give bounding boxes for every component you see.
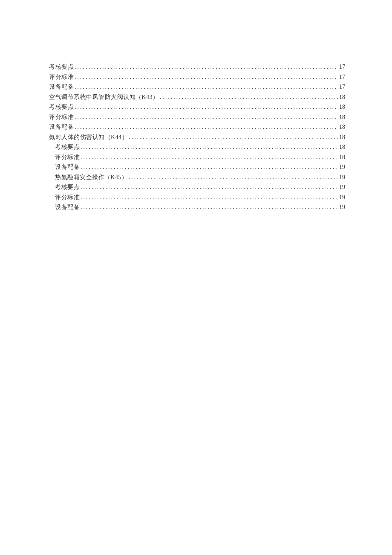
- toc-entry-title: 评分标准: [49, 112, 74, 122]
- toc-entry-page: 18: [339, 112, 345, 122]
- toc-entry-page: 19: [339, 182, 345, 192]
- toc-leader-dots: [75, 112, 338, 122]
- toc-entry-title: 设备配备: [55, 202, 80, 212]
- toc-row: 设备配备19: [49, 162, 345, 172]
- toc-row: 考核要点18: [49, 102, 345, 112]
- toc-row: 考核要点18: [49, 142, 345, 152]
- toc-row: 评分标准18: [49, 112, 345, 122]
- toc-entry-title: 考核要点: [49, 102, 74, 112]
- toc-entry-title: 考核要点: [49, 62, 74, 72]
- toc-entry-title: 热氨融霜安全操作（K45）: [55, 172, 128, 183]
- toc-entry-page: 19: [339, 202, 345, 212]
- toc-leader-dots: [75, 72, 338, 82]
- toc-entry-page: 18: [339, 142, 345, 152]
- toc-entry-title: 评分标准: [49, 72, 74, 82]
- toc-row: 评分标准19: [49, 192, 345, 203]
- toc-row: 设备配备19: [49, 202, 345, 212]
- toc-entry-title: 空气调节系统中风管防火阀认知（K43）: [49, 92, 159, 102]
- toc-entry-page: 17: [339, 82, 345, 92]
- toc-leader-dots: [160, 92, 338, 102]
- toc-leader-dots: [81, 142, 338, 152]
- toc-row: 考核要点19: [49, 182, 345, 192]
- toc-entry-page: 17: [339, 62, 345, 72]
- toc-entry-page: 18: [339, 102, 345, 112]
- toc-row: 热氨融霜安全操作（K45）19: [49, 172, 345, 183]
- toc-entry-title: 评分标准: [55, 192, 80, 203]
- table-of-contents: 考核要点17评分标准17设备配备17空气调节系统中风管防火阀认知（K43）18考…: [49, 62, 345, 212]
- toc-leader-dots: [75, 82, 338, 92]
- toc-leader-dots: [81, 202, 338, 212]
- toc-leader-dots: [81, 192, 338, 203]
- toc-entry-title: 氨对人体的伤害认知（K44）: [49, 132, 128, 142]
- toc-entry-page: 17: [339, 72, 345, 82]
- toc-entry-title: 设备配备: [49, 82, 74, 92]
- toc-row: 设备配备17: [49, 82, 345, 92]
- toc-row: 评分标准18: [49, 152, 345, 163]
- toc-entry-title: 考核要点: [55, 142, 80, 152]
- toc-leader-dots: [75, 122, 338, 132]
- toc-leader-dots: [129, 132, 338, 142]
- toc-entry-page: 18: [339, 132, 345, 142]
- toc-entry-title: 评分标准: [55, 152, 80, 163]
- toc-entry-title: 设备配备: [49, 122, 74, 132]
- toc-row: 设备配备18: [49, 122, 345, 132]
- toc-leader-dots: [129, 172, 338, 183]
- toc-row: 氨对人体的伤害认知（K44）18: [49, 132, 345, 142]
- toc-leader-dots: [81, 152, 338, 163]
- toc-row: 考核要点17: [49, 62, 345, 72]
- toc-entry-page: 19: [339, 192, 345, 203]
- toc-entry-page: 18: [339, 152, 345, 163]
- toc-row: 评分标准17: [49, 72, 345, 82]
- toc-entry-page: 18: [339, 122, 345, 132]
- toc-entry-title: 考核要点: [55, 182, 80, 192]
- toc-entry-page: 19: [339, 162, 345, 172]
- toc-leader-dots: [81, 162, 338, 172]
- toc-row: 空气调节系统中风管防火阀认知（K43）18: [49, 92, 345, 102]
- toc-entry-page: 18: [339, 92, 345, 102]
- toc-entry-title: 设备配备: [55, 162, 80, 172]
- toc-entry-page: 19: [339, 172, 345, 183]
- toc-leader-dots: [81, 182, 338, 192]
- toc-leader-dots: [75, 102, 338, 112]
- toc-leader-dots: [75, 62, 338, 72]
